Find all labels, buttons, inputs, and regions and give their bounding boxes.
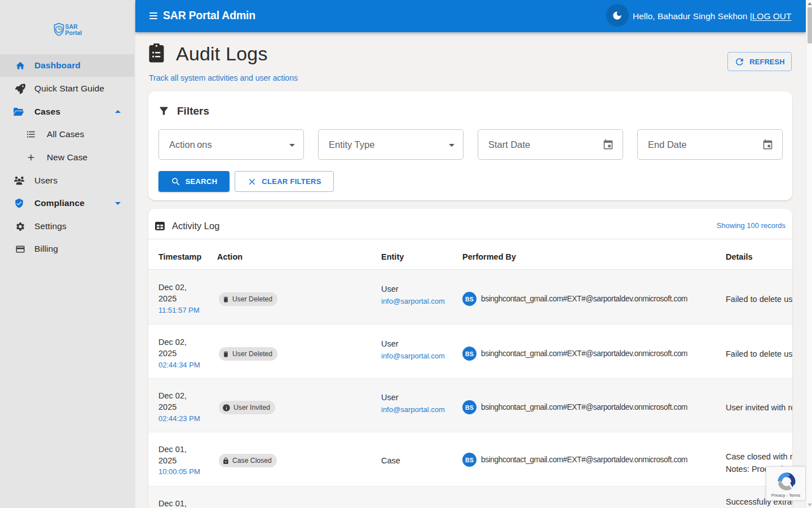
svg-text:Portal: Portal	[65, 29, 82, 36]
